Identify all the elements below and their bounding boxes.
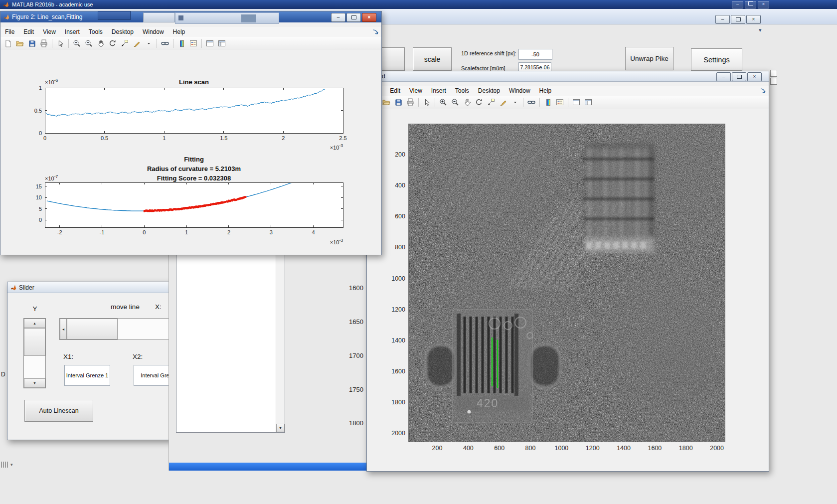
- cursor-icon[interactable]: [55, 38, 66, 48]
- toolbar-separator: [68, 39, 69, 48]
- link-plot-icon[interactable]: [160, 38, 170, 48]
- rotate-3d-icon[interactable]: [474, 97, 485, 107]
- zoom-in-icon[interactable]: [71, 38, 82, 48]
- dropdown-caret-icon[interactable]: [509, 97, 520, 107]
- dock-figure-icon[interactable]: [760, 88, 766, 94]
- chevron-down-icon[interactable]: ▾: [759, 27, 762, 33]
- maximize-button[interactable]: [346, 13, 361, 22]
- splitter-grip[interactable]: ▾: [1, 462, 13, 468]
- docked-window-icon[interactable]: [770, 78, 777, 85]
- slider-down-button[interactable]: ▼: [24, 378, 45, 388]
- brush-icon[interactable]: [131, 38, 142, 48]
- line-scan-chart[interactable]: 00.511.522.500.51×10-6×10-3Line scan: [30, 76, 359, 153]
- menu-desktop[interactable]: Desktop: [107, 27, 138, 36]
- zoom-out-icon[interactable]: [450, 97, 461, 107]
- menu-tools[interactable]: Tools: [451, 86, 474, 95]
- legend-icon[interactable]: [188, 38, 199, 48]
- background-window-fragment[interactable]: [175, 12, 279, 24]
- menu-help[interactable]: Help: [535, 86, 556, 95]
- minimize-button[interactable]: –: [331, 13, 345, 22]
- settings-button[interactable]: Settings: [691, 48, 742, 71]
- axis-tick-label: 1600: [343, 284, 363, 292]
- auto-linescan-button[interactable]: Auto Linescan: [24, 400, 93, 422]
- maximize-icon: [351, 15, 356, 19]
- brush-icon[interactable]: [498, 97, 508, 107]
- hide-plot-tools-icon[interactable]: [204, 38, 215, 48]
- print-icon[interactable]: [38, 38, 49, 48]
- new-file-icon[interactable]: [2, 38, 13, 48]
- background-window-fragment[interactable]: [143, 12, 175, 22]
- x-slider[interactable]: ◄: [59, 318, 179, 340]
- zoom-in-icon[interactable]: [438, 97, 449, 107]
- menu-edit[interactable]: Edit: [19, 27, 38, 36]
- menu-insert[interactable]: Insert: [427, 86, 451, 95]
- data-cursor-icon[interactable]: [119, 38, 130, 48]
- taskbar[interactable]: MATLAB R2016b - academic use – ×: [0, 0, 837, 9]
- dropdown-caret-icon[interactable]: [143, 38, 154, 48]
- dock-figure-icon[interactable]: [372, 29, 378, 35]
- docked-window-icon[interactable]: [770, 70, 777, 77]
- maximize-button[interactable]: [745, 1, 756, 8]
- x-tick-label: -1: [100, 229, 105, 235]
- restore-button[interactable]: [731, 15, 745, 24]
- chip-number-label: 420: [477, 397, 499, 410]
- pan-icon[interactable]: [95, 38, 106, 48]
- open-folder-icon[interactable]: [14, 38, 25, 48]
- menu-help[interactable]: Help: [168, 27, 190, 36]
- image-window-menubar: File Edit View Insert Tools Desktop Wind…: [367, 86, 769, 96]
- slider-thumb[interactable]: [67, 319, 118, 339]
- link-plot-icon[interactable]: [526, 97, 537, 107]
- interval-grenze-1-field[interactable]: [64, 365, 110, 386]
- close-button[interactable]: ×: [362, 13, 376, 22]
- slider-left-button[interactable]: ◄: [60, 319, 67, 339]
- menu-tools[interactable]: Tools: [84, 27, 107, 36]
- restore-icon: [737, 75, 742, 79]
- show-plot-tools-icon[interactable]: [216, 38, 227, 48]
- save-icon[interactable]: [393, 97, 404, 107]
- menu-edit[interactable]: Edit: [385, 86, 405, 95]
- open-folder-icon[interactable]: [381, 97, 392, 107]
- menu-insert[interactable]: Insert: [60, 27, 84, 36]
- close-button[interactable]: ×: [746, 15, 761, 24]
- restore-button[interactable]: [732, 72, 746, 81]
- menu-window[interactable]: Window: [504, 86, 535, 95]
- background-window-fragment[interactable]: [98, 11, 131, 20]
- cursor-icon[interactable]: [421, 97, 432, 107]
- hologram-image[interactable]: 420: [408, 124, 725, 442]
- colorbar-icon[interactable]: [542, 97, 553, 107]
- save-icon[interactable]: [26, 38, 37, 48]
- print-icon[interactable]: [405, 97, 416, 107]
- pan-icon[interactable]: [462, 97, 473, 107]
- close-button[interactable]: ×: [747, 72, 762, 81]
- menu-view[interactable]: View: [405, 86, 427, 95]
- close-button[interactable]: ×: [758, 1, 769, 8]
- scroll-down-button[interactable]: ▼: [276, 424, 285, 432]
- ref-shift-field[interactable]: [518, 49, 552, 60]
- blue-status-strip: [169, 463, 367, 471]
- unwrap-pike-button[interactable]: Unwrap Pike: [625, 47, 673, 70]
- minimize-button[interactable]: –: [716, 72, 731, 81]
- minimize-button[interactable]: –: [715, 15, 730, 24]
- menu-desktop[interactable]: Desktop: [474, 86, 504, 95]
- x-tick-label: 2: [227, 229, 230, 235]
- data-cursor-icon[interactable]: [486, 97, 497, 107]
- scale-button[interactable]: scale: [413, 47, 452, 71]
- menu-window[interactable]: Window: [138, 27, 168, 36]
- hide-plot-tools-icon[interactable]: [571, 97, 582, 107]
- menu-file[interactable]: File: [0, 27, 19, 36]
- slider-window-titlebar[interactable]: Slider: [7, 282, 180, 293]
- slider-up-button[interactable]: ▲: [24, 319, 45, 328]
- y-slider[interactable]: ▲ ▼: [23, 318, 46, 388]
- colorbar-icon[interactable]: [176, 38, 187, 48]
- axis-tick-label: 1700: [343, 352, 363, 359]
- slider-thumb[interactable]: [24, 328, 45, 356]
- rotate-3d-icon[interactable]: [107, 38, 118, 48]
- show-plot-tools-icon[interactable]: [583, 97, 594, 107]
- fitting-chart[interactable]: -2-101234051015×10-7×10-3FittingRadius o…: [30, 154, 359, 252]
- zoom-out-icon[interactable]: [83, 38, 94, 48]
- legend-icon[interactable]: [554, 97, 565, 107]
- menu-view[interactable]: View: [38, 27, 60, 36]
- minimize-button[interactable]: –: [732, 1, 743, 8]
- grip-bar: [5, 462, 6, 468]
- image-window-titlebar[interactable]: d – ×: [367, 71, 769, 82]
